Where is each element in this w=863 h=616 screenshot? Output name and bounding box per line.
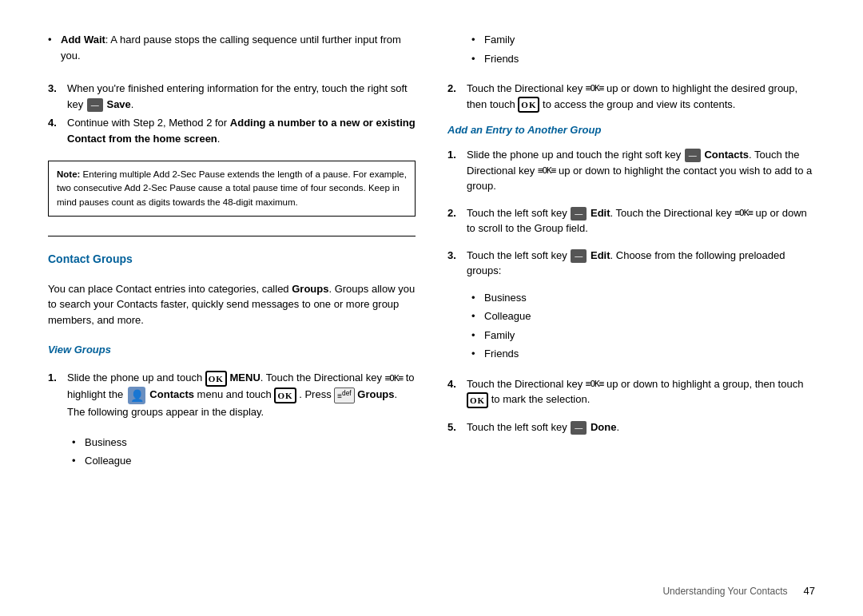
footer-label: Understanding Your Contacts — [662, 586, 787, 597]
step-3: 3. When you're finished entering informa… — [48, 81, 416, 112]
add-wait-label: Add Wait — [61, 34, 105, 46]
ae-step-2-content: Touch the left soft key — Edit. Touch th… — [467, 205, 815, 236]
bullet-colleague-s3: • Colleague — [471, 308, 815, 324]
bullet-colleague-s3-text: Colleague — [484, 308, 531, 324]
bullet-family-top-text: Family — [484, 32, 515, 48]
ae-step-1-content: Slide the phone up and touch the right s… — [467, 147, 815, 194]
ok-icon-ae4: OK — [467, 392, 488, 409]
edit-label-ae3: Edit — [591, 249, 610, 261]
step-4-bold: Adding a number to a new or existing Con… — [67, 117, 416, 145]
bullet-friends-s3-text: Friends — [484, 346, 519, 362]
ae-step-1-num: 1. — [447, 147, 462, 194]
ae-step-3-content: Touch the left soft key — Edit. Choose f… — [467, 248, 815, 279]
bullet-friends-s3: • Friends — [471, 346, 815, 362]
view-groups-bullets: • Business • Colleague — [72, 435, 416, 472]
note-label: Note: — [57, 169, 80, 179]
step-4: 4. Continue with Step 2, Method 2 for Ad… — [48, 115, 416, 146]
contact-groups-body: You can place Contact entries into categ… — [48, 281, 416, 328]
right-step-2-num: 2. — [447, 81, 462, 113]
footer-page-number: 47 — [804, 585, 815, 597]
step-3-num: 3. — [48, 81, 62, 112]
ae-step-3-num: 3. — [447, 248, 462, 279]
bullet-add-wait-text: Add Wait: A hard pause stops the calling… — [61, 32, 416, 63]
right-column: • Family • Friends 2. Touch the Directio… — [447, 32, 815, 584]
note-box: Note: Entering multiple Add 2-Sec Pause … — [48, 161, 416, 217]
bullet-colleague-text: Colleague — [85, 453, 132, 469]
add-entry-step-2: 2. Touch the left soft key — Edit. Touch… — [447, 205, 815, 236]
dir-icon-ae1: ≡OK≡ — [538, 165, 556, 178]
softkey-icon-r1: — — [685, 149, 701, 162]
step3-bullets: • Business • Colleague • Family • Friend… — [471, 290, 815, 365]
save-label: Save — [106, 98, 130, 110]
groups-bold: Groups — [292, 283, 328, 295]
edit-label-ae2: Edit — [591, 207, 610, 219]
right-step-2: 2. Touch the Directional key ≡OK≡ up or … — [447, 81, 815, 113]
left-column: • Add Wait: A hard pause stops the calli… — [48, 32, 416, 584]
softkey-icon: — — [87, 98, 103, 112]
softkey-icon-ae3: — — [571, 249, 587, 263]
bullet-family-s3-text: Family — [484, 328, 515, 344]
add-entry-heading: Add an Entry to Another Group — [447, 124, 815, 136]
bullet-friends-top-text: Friends — [484, 51, 519, 67]
softkey-icon-ae2: — — [571, 207, 587, 221]
add-entry-step-4: 4. Touch the Directional key ≡OK≡ up or … — [447, 376, 815, 408]
bullet-business-text: Business — [85, 435, 127, 451]
add-entry-step-3: 3. Touch the left soft key — Edit. Choos… — [447, 248, 815, 279]
bullet-business-s3: • Business — [471, 290, 815, 306]
groups-label: Groups — [357, 389, 394, 401]
ok-icon-1: OK — [205, 371, 227, 387]
bullet-intro: • Add Wait: A hard pause stops the calli… — [48, 32, 416, 66]
bullet-dot: • — [48, 32, 56, 63]
ae-step-4-content: Touch the Directional key ≡OK≡ up or dow… — [467, 376, 815, 408]
contacts-label: Contacts — [149, 389, 194, 401]
ae-step-5-content: Touch the left soft key — Done. — [467, 419, 815, 435]
groups-icon: ≡def — [334, 387, 354, 403]
add-entry-step-5: 5. Touch the left soft key — Done. — [447, 419, 815, 435]
step-3-content: When you're finished entering informatio… — [67, 81, 416, 112]
ae-step-5-num: 5. — [447, 419, 462, 435]
bullet-family-s3: • Family — [471, 328, 815, 344]
dir-icon-r2: ≡OK≡ — [586, 82, 604, 96]
bullet-business: • Business — [72, 435, 416, 451]
step-4-num: 4. — [48, 115, 62, 146]
dir-icon-ae2: ≡OK≡ — [734, 207, 753, 221]
dir-icon-1: ≡OK≡ — [385, 372, 404, 386]
vg-step-1-content: Slide the phone up and touch OK MENU. To… — [67, 370, 416, 419]
ae-step-2-num: 2. — [447, 205, 462, 236]
contacts-icon — [128, 387, 145, 404]
contact-groups-heading: Contact Groups — [48, 252, 416, 265]
footer: Understanding Your Contacts 47 — [662, 585, 815, 597]
menu-label: MENU — [230, 372, 260, 384]
dir-icon-ae4: ≡OK≡ — [586, 378, 604, 391]
bullet-add-wait: • Add Wait: A hard pause stops the calli… — [48, 32, 416, 63]
view-groups-heading: View Groups — [48, 344, 416, 356]
bullet-friends-top: • Friends — [471, 51, 815, 67]
ae-step-4-num: 4. — [447, 376, 462, 408]
view-groups-step-1: 1. Slide the phone up and touch OK MENU.… — [48, 370, 416, 419]
bullet-family-top: • Family — [471, 32, 815, 48]
bullet-business-s3-text: Business — [484, 290, 527, 306]
section-divider — [48, 236, 416, 236]
right-step-2-content: Touch the Directional key ≡OK≡ up or dow… — [467, 81, 815, 113]
ok-icon-r2: OK — [518, 97, 539, 113]
add-entry-step-1: 1. Slide the phone up and touch the righ… — [447, 147, 815, 194]
step-4-content: Continue with Step 2, Method 2 for Addin… — [67, 115, 416, 146]
softkey-icon-ae5: — — [571, 421, 587, 435]
bullet-colleague: • Colleague — [72, 453, 416, 469]
note-text: Entering multiple Add 2-Sec Pause extend… — [57, 169, 407, 207]
right-top-bullets: • Family • Friends — [471, 32, 815, 70]
ok-icon-2: OK — [274, 387, 296, 404]
done-label: Done — [591, 421, 617, 433]
vg-step-1-num: 1. — [48, 370, 62, 419]
steps-intro: 3. When you're finished entering informa… — [48, 81, 416, 149]
contacts-label-r1: Contacts — [704, 149, 749, 161]
